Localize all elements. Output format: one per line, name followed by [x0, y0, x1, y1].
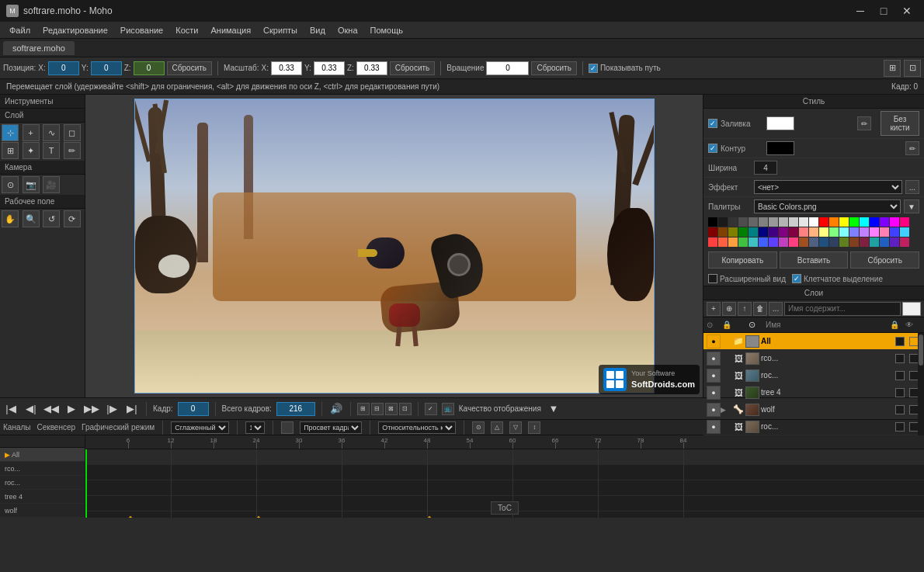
tool-rotate-ws[interactable]: ↺ [43, 210, 60, 227]
color-cell[interactable] [860, 237, 869, 247]
close-button[interactable]: ✕ [896, 0, 918, 22]
fps-btn[interactable]: ✓ [425, 403, 437, 415]
effect-options-btn[interactable]: ... [905, 180, 919, 194]
layer-lock-all[interactable] [893, 335, 907, 348]
layer-roc2[interactable]: ● 🖼 roc... [703, 418, 924, 435]
color-cell[interactable] [900, 237, 909, 247]
layer-expand-all[interactable]: ▼ [721, 338, 731, 345]
prev-keyframe-button[interactable]: ◀◀ [43, 401, 59, 417]
menu-file[interactable]: Файл [3, 24, 36, 36]
frame-input[interactable] [178, 402, 209, 416]
fill-color-swatch[interactable] [766, 116, 794, 130]
layer-lock-roc2[interactable] [893, 420, 907, 434]
color-cell[interactable] [769, 227, 778, 237]
view-btn2[interactable]: ⊟ [371, 403, 384, 415]
color-cell[interactable] [718, 227, 728, 237]
color-cell[interactable] [849, 237, 859, 247]
toolbar-extra-btn2[interactable]: ⊡ [904, 60, 921, 77]
color-cell[interactable] [789, 217, 798, 227]
color-cell[interactable] [728, 237, 738, 247]
layer-eye-roc2[interactable]: ● [707, 420, 721, 434]
menu-scripts[interactable]: Скрипты [257, 24, 304, 36]
total-frames-input[interactable] [276, 402, 315, 416]
layers-delete-btn[interactable]: 🗑 [753, 302, 767, 316]
audio-button[interactable]: 🔊 [328, 401, 344, 417]
fill-edit-btn[interactable]: ✏ [857, 116, 871, 130]
color-cell[interactable] [809, 237, 818, 247]
smooth-select[interactable]: Сглаженный [171, 421, 229, 434]
position-x-input[interactable] [48, 61, 79, 75]
layer-eye-rco[interactable]: ● [707, 352, 721, 366]
tool-add[interactable]: + [23, 124, 40, 141]
quality-btn[interactable]: 📺 [442, 403, 454, 415]
color-cell[interactable] [819, 237, 828, 247]
color-cell[interactable] [759, 237, 768, 247]
layers-search-input[interactable] [784, 302, 901, 316]
rco-lock-checkbox[interactable] [895, 354, 905, 363]
track-all[interactable] [85, 449, 924, 465]
layers-more-btn[interactable]: ... [769, 302, 783, 316]
color-cell[interactable] [829, 237, 839, 247]
color-cyan[interactable] [860, 217, 869, 227]
roc-lock-checkbox[interactable] [895, 371, 905, 380]
color-cell[interactable] [718, 237, 728, 247]
color-white[interactable] [809, 217, 818, 227]
contour-color-swatch[interactable] [766, 141, 794, 155]
color-cell[interactable] [819, 227, 828, 237]
layer-roc[interactable]: ● 🖼 roc... [703, 367, 924, 384]
color-cell[interactable] [749, 237, 758, 247]
reset-style-button[interactable]: Сбросить [850, 251, 919, 269]
menu-windows[interactable]: Окна [332, 24, 364, 36]
color-cell[interactable] [789, 227, 798, 237]
reset-scale-button[interactable]: Сбросить [390, 61, 435, 75]
quality-dropdown-btn[interactable]: ▼ [546, 401, 561, 417]
prev-frame-button[interactable]: ◀| [23, 401, 39, 417]
toc-label[interactable]: ToC [491, 501, 519, 515]
color-purple[interactable] [880, 217, 889, 227]
color-cell[interactable] [728, 217, 738, 227]
tl-icon4[interactable]: ↕ [528, 421, 540, 434]
contour-edit-btn[interactable]: ✏ [905, 141, 919, 155]
layer-eye-all[interactable]: ● [707, 335, 721, 348]
track-roc[interactable] [85, 480, 924, 496]
color-cell[interactable] [870, 227, 879, 237]
color-cell[interactable] [749, 217, 758, 227]
color-cell[interactable] [860, 227, 869, 237]
tool-hand[interactable]: ✋ [2, 210, 19, 227]
width-input[interactable] [754, 161, 777, 175]
menu-view[interactable]: Вид [304, 24, 332, 36]
color-green[interactable] [849, 217, 859, 227]
color-cell[interactable] [728, 227, 738, 237]
no-brush-button[interactable]: Безкисти [881, 111, 919, 136]
reset-position-button[interactable]: Сбросить [167, 61, 212, 75]
color-cell[interactable] [779, 227, 788, 237]
graph-tab[interactable]: Графический режим [82, 423, 155, 432]
preview-toggle[interactable] [281, 421, 294, 434]
relative-keys-select[interactable]: Относительность ключей [378, 421, 456, 434]
tool-cam3[interactable]: 🎥 [43, 176, 60, 193]
wolf-lock-checkbox[interactable] [895, 405, 905, 414]
position-y-input[interactable] [91, 61, 122, 75]
tool-move2[interactable]: ✦ [23, 142, 40, 159]
color-cell[interactable] [759, 217, 768, 227]
view-btn4[interactable]: ⊡ [399, 403, 412, 415]
color-cell[interactable] [799, 237, 808, 247]
color-cell[interactable] [779, 217, 788, 227]
layer-lock-tree4[interactable] [893, 386, 907, 400]
color-cell[interactable] [880, 227, 889, 237]
layer-eye-roc[interactable]: ● [707, 369, 721, 383]
layer-color-swatch[interactable] [902, 302, 921, 316]
color-cell[interactable] [809, 227, 818, 237]
view-btn1[interactable]: ⊞ [357, 403, 370, 415]
layer-wolf[interactable]: ● ▶ 🦴 wolf [703, 401, 924, 418]
tree4-lock-checkbox[interactable] [895, 388, 905, 397]
track-rco[interactable] [85, 465, 924, 480]
layer-lock-wolf[interactable] [893, 403, 907, 417]
position-z-input[interactable] [134, 61, 165, 75]
menu-edit[interactable]: Редактирование [36, 24, 114, 36]
layers-scrollbar-thumb[interactable] [919, 335, 923, 366]
file-tab[interactable]: softrare.moho [3, 41, 75, 55]
play-button[interactable]: ▶ [64, 401, 79, 417]
tl-icon1[interactable]: ⊙ [472, 421, 485, 434]
tool-cam2[interactable]: 📷 [23, 176, 40, 193]
